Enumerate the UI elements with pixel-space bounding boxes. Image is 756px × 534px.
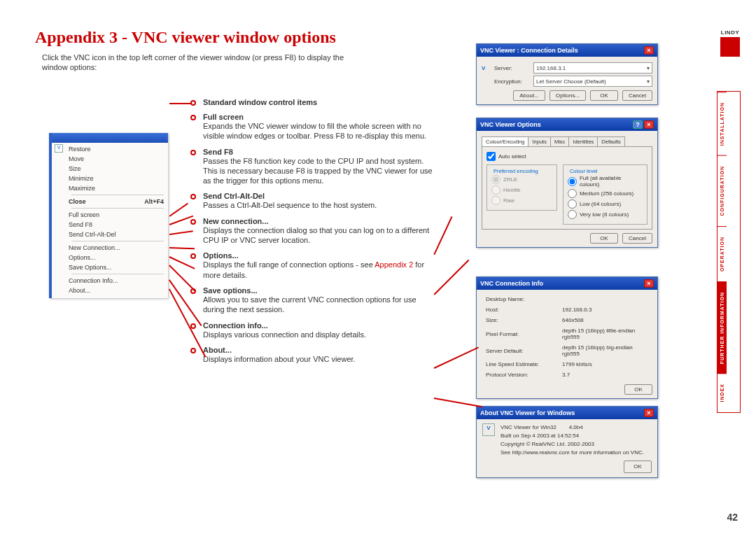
cl-full-radio[interactable] bbox=[568, 177, 577, 186]
bullet-icon bbox=[190, 323, 196, 329]
vnc-icon: V bbox=[55, 144, 63, 153]
desc-conninfo: Connection info...Displays various conne… bbox=[196, 321, 434, 339]
dialog-title: VNC Connection Info bbox=[480, 280, 543, 287]
bullet-icon bbox=[190, 219, 196, 225]
bullet-icon bbox=[190, 253, 196, 259]
cancel-button[interactable]: Cancel bbox=[622, 90, 652, 101]
page-number: 42 bbox=[727, 512, 738, 523]
close-icon[interactable]: × bbox=[644, 46, 654, 55]
cancel-button[interactable]: Cancel bbox=[622, 233, 652, 244]
help-icon[interactable]: ? bbox=[633, 120, 643, 129]
cl-verylow-radio[interactable] bbox=[568, 210, 577, 219]
menu-minimize[interactable]: Minimize bbox=[67, 174, 168, 183]
desc-about: About...Displays information about your … bbox=[196, 346, 434, 364]
ok-button[interactable]: OK bbox=[590, 233, 618, 244]
table-row: Pixel Format:depth 15 (16bpp) little-end… bbox=[483, 326, 651, 342]
bullet-icon bbox=[190, 194, 196, 199]
appendix-2-link[interactable]: Appendix 2 bbox=[374, 260, 413, 269]
close-icon[interactable]: × bbox=[644, 409, 654, 417]
desc-options: Options...Displays the full range of con… bbox=[196, 251, 434, 280]
bullet-icon bbox=[190, 150, 196, 155]
menu-move[interactable]: Move bbox=[67, 154, 168, 164]
dialog-titlebar: About VNC Viewer for Windows × bbox=[477, 407, 657, 419]
table-row: Desktop Name: bbox=[483, 295, 651, 304]
table-row: Line Speed Estimate:1799 kbits/s bbox=[483, 360, 651, 369]
cl-medium-radio[interactable] bbox=[568, 189, 577, 198]
menu-connection-info[interactable]: Connection Info... bbox=[67, 276, 168, 286]
menu-fullscreen[interactable]: Full screen bbox=[67, 210, 168, 220]
enc-raw-radio[interactable] bbox=[491, 196, 500, 205]
ok-button[interactable]: OK bbox=[590, 90, 618, 101]
menu-options[interactable]: Options... bbox=[67, 253, 168, 262]
ok-button[interactable]: OK bbox=[624, 461, 652, 473]
enc-zrle-radio[interactable] bbox=[491, 175, 500, 184]
about-line: Built on Sep 4 2003 at 14:52:54 bbox=[500, 432, 652, 440]
tab-operation[interactable]: OPERATION bbox=[718, 226, 727, 281]
dialog-titlebar: VNC Connection Info × bbox=[477, 277, 657, 290]
vnc-context-menu: V Restore Move Size Minimize Maximize Cl… bbox=[49, 133, 168, 298]
connector-line bbox=[169, 265, 195, 291]
tab-misc[interactable]: Misc bbox=[550, 136, 569, 146]
dialog-title: About VNC Viewer for Windows bbox=[480, 409, 575, 416]
tab-colour-encoding[interactable]: Colour/Encoding bbox=[482, 136, 528, 146]
tab-configuration[interactable]: CONFIGURATION bbox=[718, 155, 727, 226]
page-title: Appendix 3 - VNC viewer window options bbox=[35, 28, 336, 47]
desc-saveopts: Save options...Allows you to save the cu… bbox=[196, 286, 434, 315]
table-row: Protocol Version:3.7 bbox=[483, 370, 651, 379]
connector-line bbox=[434, 346, 479, 368]
menu-titlebar bbox=[52, 133, 168, 143]
auto-select-checkbox[interactable] bbox=[486, 152, 496, 161]
menu-restore[interactable]: Restore bbox=[67, 144, 168, 154]
menu-about[interactable]: About... bbox=[67, 286, 168, 295]
tab-defaults[interactable]: Defaults bbox=[597, 136, 625, 146]
menu-send-cad[interactable]: Send Ctrl-Alt-Del bbox=[67, 230, 168, 239]
side-nav: INSTALLATION CONFIGURATION OPERATION FUR… bbox=[717, 91, 741, 413]
about-line: VNC Viewer for Win32 4.0b4 bbox=[500, 423, 652, 432]
connector-line bbox=[169, 103, 192, 104]
menu-separator bbox=[71, 208, 164, 209]
bullet-icon bbox=[190, 115, 196, 120]
menu-size[interactable]: Size bbox=[67, 164, 168, 174]
desc-sendcad: Send Ctrl-Alt-DelPasses a Ctrl-Alt-Del s… bbox=[196, 192, 434, 210]
tab-index[interactable]: INDEX bbox=[718, 374, 727, 412]
tab-identities[interactable]: Identities bbox=[568, 136, 598, 146]
bullet-icon bbox=[190, 348, 196, 353]
options-button[interactable]: Options... bbox=[550, 90, 586, 101]
desc-fullscreen: Full screenExpands the VNC viewer window… bbox=[196, 113, 434, 141]
tab-inputs[interactable]: Inputs bbox=[528, 136, 550, 146]
menu-new-connection[interactable]: New Connection... bbox=[67, 243, 168, 253]
cl-low-radio[interactable] bbox=[568, 199, 577, 209]
close-icon[interactable]: × bbox=[644, 120, 654, 129]
colour-level-legend: Colour level bbox=[568, 168, 600, 174]
encryption-select[interactable]: Let Server Choose (Default) bbox=[533, 76, 652, 87]
table-row: Server Default:depth 15 (16bpp) big-endi… bbox=[483, 343, 651, 358]
dialog-titlebar: VNC Viewer Options ?× bbox=[477, 118, 657, 131]
enc-hextile-radio[interactable] bbox=[491, 185, 500, 195]
menu-send-f8[interactable]: Send F8 bbox=[67, 220, 168, 230]
brand-logo: LINDY bbox=[718, 29, 742, 57]
close-icon[interactable]: × bbox=[644, 279, 654, 288]
descriptions: Standard window control items Full scree… bbox=[196, 98, 434, 370]
menu-close[interactable]: CloseAlt+F4 bbox=[67, 197, 168, 206]
table-row: Size:640x508 bbox=[483, 316, 651, 325]
about-button[interactable]: About... bbox=[513, 90, 545, 101]
tab-installation[interactable]: INSTALLATION bbox=[718, 92, 727, 155]
options-tabs: Colour/Encoding Inputs Misc Identities D… bbox=[482, 136, 652, 146]
ok-button[interactable]: OK bbox=[624, 384, 652, 395]
connector-line bbox=[433, 216, 452, 255]
desc-sendf8: Send F8Passes the F8 function key code t… bbox=[196, 148, 434, 186]
connector-line bbox=[434, 398, 482, 407]
menu-separator bbox=[71, 195, 164, 195]
tab-further-information[interactable]: FURTHER INFORMATION bbox=[718, 281, 727, 374]
about-dialog: About VNC Viewer for Windows × V VNC Vie… bbox=[476, 406, 658, 478]
about-line: See http://www.realvnc.com for more info… bbox=[500, 449, 652, 457]
connector-line bbox=[169, 203, 188, 217]
menu-separator bbox=[71, 274, 164, 274]
menu-maximize[interactable]: Maximize bbox=[67, 183, 168, 193]
vnc-logo-icon: V bbox=[482, 423, 495, 436]
viewer-options-dialog: VNC Viewer Options ?× Colour/Encoding In… bbox=[476, 118, 658, 248]
connector-line bbox=[169, 247, 195, 249]
brand-text: LINDY bbox=[718, 29, 742, 36]
server-input[interactable]: 192.168.3.1 bbox=[533, 62, 652, 73]
menu-save-options[interactable]: Save Options... bbox=[67, 262, 168, 272]
